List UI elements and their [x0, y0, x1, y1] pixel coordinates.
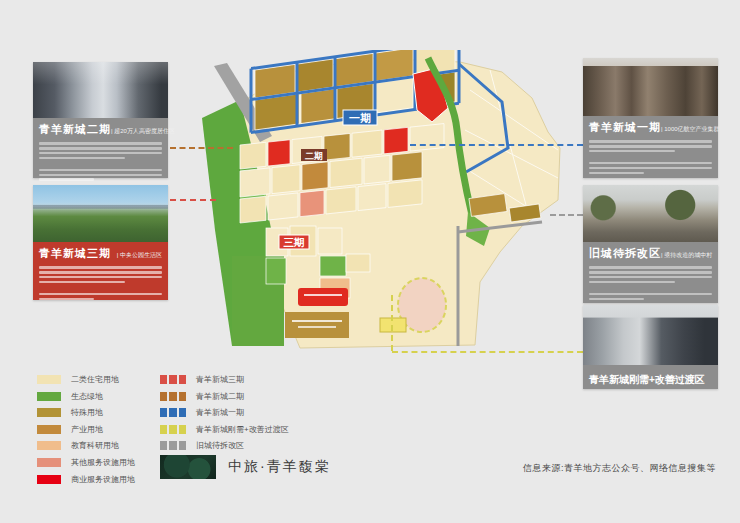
- legend-swatch-education: [37, 441, 61, 450]
- legend-label: 产业用地: [71, 424, 103, 435]
- panel-phase2-body: [33, 138, 168, 189]
- legend-row: 产业用地: [37, 424, 135, 435]
- legend-label: 特殊用地: [71, 407, 103, 418]
- legend-swatch-special: [37, 408, 61, 417]
- panel-oldtown-subtitle: | 亟待改造的城中村: [661, 251, 712, 260]
- legend-zones: 青羊新城三期 青羊新城二期 青羊新城一期 青羊新城刚需+改善过渡区 旧城待拆改区: [160, 374, 289, 457]
- connector-phase3: [170, 199, 216, 201]
- source-note: 信息来源:青羊地方志公众号、网络信息搜集等: [523, 462, 716, 475]
- panel-transition: 青羊新城刚需+改善过渡区: [583, 305, 718, 389]
- map-phase2-badge: 二期: [301, 149, 327, 161]
- map-commercial-bar-text: [304, 294, 342, 296]
- panel-phase1-title: 青羊新城一期: [589, 120, 661, 135]
- legend-row: 特殊用地: [37, 407, 135, 418]
- panel-phase1-subtitle: | 1000亿航空产业集群: [661, 125, 720, 134]
- panel-phase1-photo: [583, 58, 718, 116]
- legend-label: 二类住宅用地: [71, 374, 119, 385]
- panel-phase1: 青羊新城一期 | 1000亿航空产业集群: [583, 58, 718, 178]
- panel-phase3-body: [33, 262, 168, 308]
- connector-transition-v: [391, 295, 393, 351]
- legend-row: 商业服务设施用地: [37, 474, 135, 485]
- legend-land-use: 二类住宅用地 生态绿地 特殊用地 产业用地 教育科研用地 其他服务设施用地 商业…: [37, 374, 135, 490]
- map-commercial-bar: [298, 288, 348, 306]
- legend-swatch-industry: [37, 425, 61, 434]
- legend-zone-swatch-phase3: [160, 375, 186, 384]
- legend-row: 二类住宅用地: [37, 374, 135, 385]
- map-logistics-text2: [298, 326, 336, 328]
- legend-row: 青羊新城二期: [160, 391, 289, 402]
- panel-phase3: 青羊新城三期 | 中央公园生活区: [33, 185, 168, 300]
- panel-phase3-photo: [33, 185, 168, 242]
- legend-label: 青羊新城刚需+改善过渡区: [196, 424, 289, 435]
- legend-zone-swatch-transition: [160, 425, 186, 434]
- legend-swatch-commercial: [37, 475, 61, 484]
- legend-row: 教育科研用地: [37, 440, 135, 451]
- connector-phase1: [410, 144, 583, 146]
- legend-row: 其他服务设施用地: [37, 457, 135, 468]
- map-phase3-label: 三期: [284, 236, 305, 248]
- map-yellow-parcel: [380, 318, 406, 332]
- legend-row: 青羊新城三期: [160, 374, 289, 385]
- legend-zone-swatch-phase2: [160, 392, 186, 401]
- panel-phase2-photo: [33, 62, 168, 118]
- legend-row: 旧城待拆改区: [160, 440, 289, 451]
- connector-transition-h: [392, 351, 583, 353]
- legend-swatch-other-services: [37, 458, 61, 467]
- panel-phase2: 青羊新城二期 | 超20万人高密度居住区: [33, 62, 168, 178]
- connector-oldtown: [550, 214, 583, 216]
- poster-canvas: 一期 二期 三期 青羊新城二期 | 超20万人高密度居住区 青羊新城三期: [0, 0, 740, 523]
- legend-label: 青羊新城二期: [196, 391, 244, 402]
- map-phase3-badge: 三期: [279, 235, 309, 249]
- panel-phase2-subtitle: | 超20万人高密度居住区: [111, 127, 175, 136]
- map-logistics-block: [285, 312, 349, 338]
- legend-label: 教育科研用地: [71, 440, 119, 451]
- connector-phase2: [170, 147, 233, 149]
- brand-name: 中旅·青羊馥棠: [228, 458, 331, 476]
- legend-zone-swatch-phase1: [160, 408, 186, 417]
- legend-label: 青羊新城三期: [196, 374, 244, 385]
- legend-label: 生态绿地: [71, 391, 103, 402]
- legend-label: 其他服务设施用地: [71, 457, 135, 468]
- panel-phase2-title: 青羊新城二期: [39, 122, 111, 137]
- panel-phase3-title: 青羊新城三期: [39, 246, 111, 261]
- legend-swatch-residential: [37, 375, 61, 384]
- legend-row: 生态绿地: [37, 391, 135, 402]
- legend-row: 青羊新城一期: [160, 407, 289, 418]
- panel-transition-photo: [583, 305, 718, 365]
- panel-oldtown-body: [583, 262, 718, 308]
- legend-swatch-green: [37, 392, 61, 401]
- panel-phase1-body: [583, 136, 718, 182]
- panel-oldtown: 旧城待拆改区 | 亟待改造的城中村: [583, 185, 718, 303]
- panel-phase3-subtitle: | 中央公园生活区: [117, 251, 162, 260]
- panel-oldtown-title: 旧城待拆改区: [589, 246, 661, 261]
- branding: 中旅·青羊馥棠: [160, 455, 331, 479]
- map-phase1-badge: 一期: [343, 110, 377, 125]
- map-phase2-label: 二期: [305, 151, 323, 161]
- legend-zone-swatch-oldtown: [160, 441, 186, 450]
- brand-thumbnail-image: [160, 455, 216, 479]
- planning-map: 一期 二期 三期: [170, 50, 590, 380]
- map-phase1-label: 一期: [349, 112, 371, 124]
- legend-row: 青羊新城刚需+改善过渡区: [160, 424, 289, 435]
- map-logistics-text1: [292, 320, 342, 322]
- legend-label: 青羊新城一期: [196, 407, 244, 418]
- legend-label: 旧城待拆改区: [196, 440, 244, 451]
- legend-label: 商业服务设施用地: [71, 474, 135, 485]
- panel-transition-title: 青羊新城刚需+改善过渡区: [589, 374, 705, 385]
- panel-oldtown-photo: [583, 185, 718, 242]
